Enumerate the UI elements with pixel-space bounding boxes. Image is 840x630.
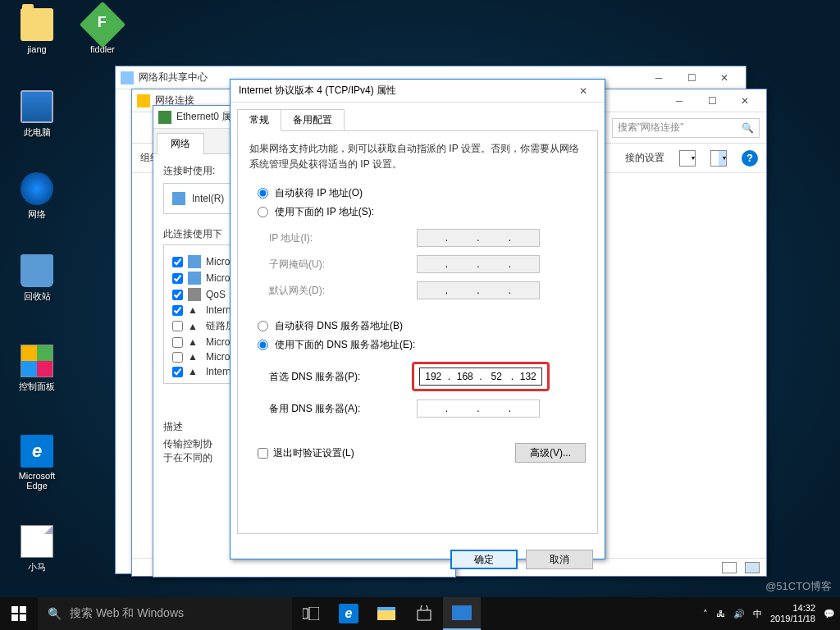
tab-general[interactable]: 常规 xyxy=(237,109,281,131)
item-label: Micro xyxy=(206,256,230,267)
chk-item[interactable] xyxy=(172,352,183,363)
icon-label: Microsoft Edge xyxy=(8,471,66,491)
preview-pane-button[interactable] xyxy=(710,150,727,167)
control-panel-icon xyxy=(21,345,53,377)
network-adapter-icon xyxy=(158,111,171,124)
tray-chevron-up-icon[interactable]: ˄ xyxy=(703,609,708,619)
radio-manual-dns[interactable] xyxy=(258,340,268,350)
titlebar[interactable]: Internet 协议版本 4 (TCP/IPv4) 属性 ✕ xyxy=(231,80,605,103)
taskbar-store[interactable] xyxy=(405,597,443,630)
ip-address-field: ... xyxy=(417,229,540,247)
large-icons-view-icon[interactable] xyxy=(745,562,760,573)
tab-network[interactable]: 网络 xyxy=(157,133,204,154)
item-label: Micro xyxy=(206,272,230,284)
taskbar: 🔍 搜索 Web 和 Windows e ˄ 🖧 🔊 中 14:32 2019/… xyxy=(0,597,840,630)
search-icon[interactable]: 🔍 xyxy=(742,122,754,134)
chk-item[interactable] xyxy=(172,257,183,267)
desktop-icon-this-pc[interactable]: 此电脑 xyxy=(8,90,66,139)
window-title: Ethernet0 属 xyxy=(176,110,231,124)
tray-ime-icon[interactable]: 中 xyxy=(753,608,762,620)
ok-button[interactable]: 确定 xyxy=(450,550,518,569)
svg-rect-0 xyxy=(303,609,308,619)
desktop-icon-recycle-bin[interactable]: 回收站 xyxy=(8,254,66,303)
text-file-icon xyxy=(21,525,53,558)
icon-label: jiang xyxy=(8,44,66,54)
minimize-button[interactable]: ─ xyxy=(663,91,696,111)
component-icon xyxy=(188,255,201,268)
item-label: Intern xyxy=(206,304,231,316)
search-placeholder: 搜索 Web 和 Windows xyxy=(70,606,184,621)
edge-icon: e xyxy=(21,435,53,468)
chk-item[interactable] xyxy=(172,321,183,331)
subnet-mask-label: 子网掩码(U): xyxy=(269,258,417,272)
search-input[interactable]: 搜索"网络连接" 🔍 xyxy=(612,118,760,138)
folder-icon xyxy=(21,8,53,41)
component-icon xyxy=(188,288,201,301)
tab-alternate[interactable]: 备用配置 xyxy=(281,109,345,131)
preferred-dns-label: 首选 DNS 服务器(P): xyxy=(269,370,417,384)
ip-octet[interactable]: 192 xyxy=(420,371,447,382)
radio-label: 自动获得 IP 地址(O) xyxy=(275,186,363,200)
validate-checkbox[interactable] xyxy=(258,448,268,459)
close-button[interactable]: ✕ xyxy=(728,91,761,111)
preferred-dns-field[interactable]: 192. 168. 52. 132 xyxy=(419,368,542,386)
tab-content: 如果网络支持此功能，则可以获取自动指派的 IP 设置。否则，你需要从网络系统管理… xyxy=(237,130,598,534)
taskbar-file-explorer[interactable] xyxy=(368,597,405,630)
ip-octet[interactable]: 132 xyxy=(515,371,542,382)
icon-label: 回收站 xyxy=(8,290,66,303)
chk-item[interactable] xyxy=(172,367,183,377)
minimize-button[interactable]: ─ xyxy=(642,68,675,88)
close-button[interactable]: ✕ xyxy=(708,68,741,88)
chk-item[interactable] xyxy=(172,305,183,316)
tray-notifications-icon[interactable]: 💬 xyxy=(824,609,835,619)
chk-item[interactable] xyxy=(172,290,183,300)
taskbar-network-connections[interactable] xyxy=(443,597,481,630)
cancel-button[interactable]: 取消 xyxy=(526,550,593,569)
radio-auto-dns[interactable] xyxy=(258,321,268,331)
alt-dns-label: 备用 DNS 服务器(A): xyxy=(269,402,417,416)
tray-volume-icon[interactable]: 🔊 xyxy=(733,609,745,619)
taskbar-search[interactable]: 🔍 搜索 Web 和 Windows xyxy=(38,597,292,630)
help-icon[interactable]: ? xyxy=(742,150,758,167)
details-view-icon[interactable] xyxy=(722,562,737,573)
icon-label: 控制面板 xyxy=(8,381,66,393)
globe-icon xyxy=(21,172,53,205)
fiddler-icon xyxy=(80,2,126,48)
clock-date: 2019/11/18 xyxy=(770,614,815,624)
chk-item[interactable] xyxy=(172,273,183,284)
close-button[interactable]: ✕ xyxy=(567,81,600,101)
desktop-icon-fiddler[interactable]: fiddler xyxy=(74,8,131,54)
item-label: QoS xyxy=(206,289,226,300)
radio-label: 使用下面的 DNS 服务器地址(E): xyxy=(275,338,415,352)
chk-item[interactable] xyxy=(172,337,183,348)
icon-label: 此电脑 xyxy=(8,126,66,139)
search-placeholder: 搜索"网络连接" xyxy=(618,121,684,133)
start-button[interactable] xyxy=(0,597,38,630)
watermark-text: @51CTO博客 xyxy=(765,579,832,594)
adapter-icon xyxy=(172,192,185,205)
radio-manual-ip[interactable] xyxy=(258,207,268,217)
item-label: Micro xyxy=(206,336,230,348)
task-view-button[interactable] xyxy=(292,597,330,630)
desktop-icon-edge[interactable]: e Microsoft Edge xyxy=(8,435,66,491)
view-options-button[interactable] xyxy=(679,150,696,167)
maximize-button[interactable]: ☐ xyxy=(675,68,708,88)
taskbar-edge[interactable]: e xyxy=(330,597,368,630)
window-icon xyxy=(137,94,150,107)
desktop-icon-network[interactable]: 网络 xyxy=(8,172,66,221)
dns-highlight-box: 192. 168. 52. 132 xyxy=(412,362,550,391)
advanced-button[interactable]: 高级(V)... xyxy=(515,443,586,463)
desktop-icon-control-panel[interactable]: 控制面板 xyxy=(8,345,66,393)
maximize-button[interactable]: ☐ xyxy=(696,91,728,111)
desktop-icon-jiang[interactable]: jiang xyxy=(8,8,66,54)
radio-auto-ip[interactable] xyxy=(258,188,268,199)
ip-octet[interactable]: 52 xyxy=(483,371,510,382)
desktop-icon-xiaoma[interactable]: 小马 xyxy=(8,525,66,573)
tray-clock[interactable]: 14:32 2019/11/18 xyxy=(770,603,815,624)
alt-dns-field[interactable]: ... xyxy=(417,399,540,418)
gateway-label: 默认网关(D): xyxy=(269,284,417,298)
tray-network-icon[interactable]: 🖧 xyxy=(716,609,725,619)
svg-rect-1 xyxy=(309,607,319,620)
window-icon xyxy=(121,71,134,84)
ip-octet[interactable]: 168 xyxy=(452,371,479,382)
